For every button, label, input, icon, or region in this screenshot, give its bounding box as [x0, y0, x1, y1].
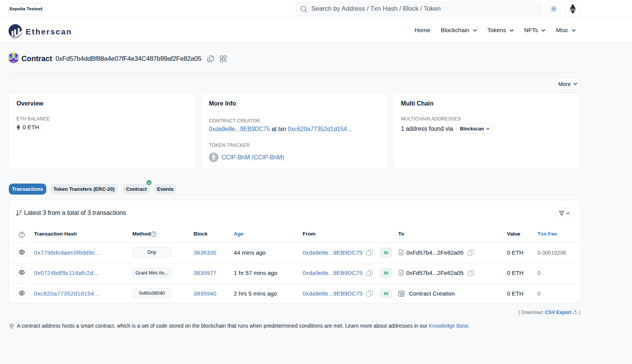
svg-text:Etherscan: Etherscan [26, 27, 72, 36]
